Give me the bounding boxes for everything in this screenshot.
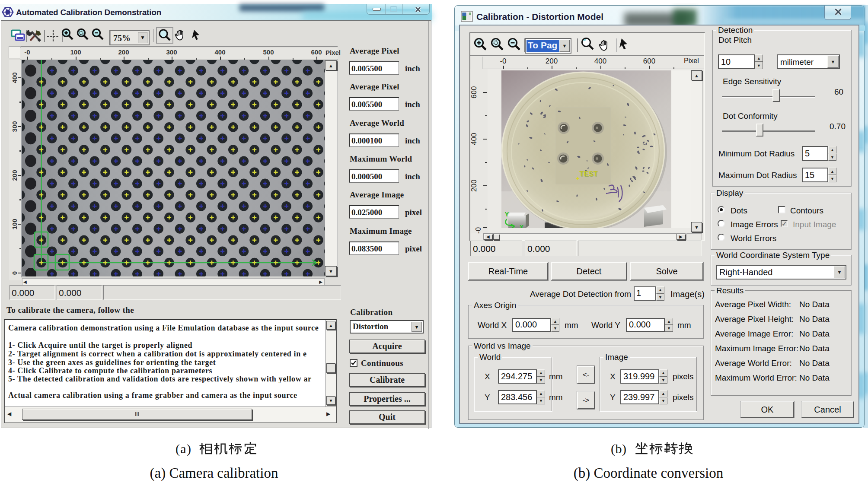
svg-text:X: X (520, 224, 523, 228)
svg-text:TEST: TEST (580, 171, 599, 178)
svg-text:Y: Y (505, 211, 509, 219)
